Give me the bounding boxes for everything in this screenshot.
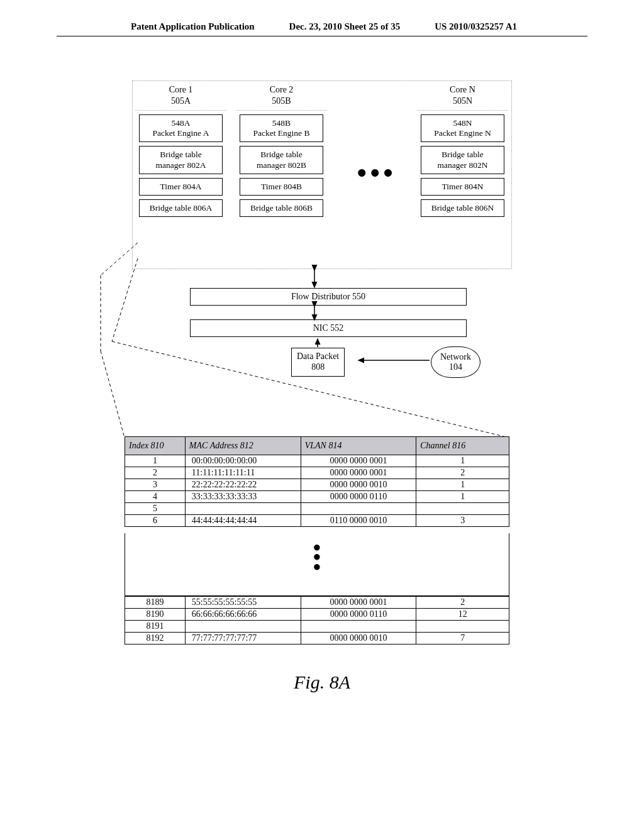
core-1-pe-label: Packet Engine A	[153, 128, 209, 138]
cell-idx: 4	[125, 491, 186, 503]
core-n-bridge-table-manager: Bridge table manager 802N	[421, 146, 504, 174]
cell-vlan	[301, 503, 416, 515]
cell-chan: 1	[416, 455, 509, 467]
bridge-table-bottom: 818955:55:55:55:55:550000 0000 000128190…	[125, 596, 509, 645]
flow-stack: Flow Distributor 550 NIC 552	[190, 288, 467, 337]
cell-idx: 8190	[125, 609, 186, 621]
core-n-btm-line2: manager 802N	[438, 160, 488, 170]
table-row: 5	[125, 503, 509, 515]
table-row: 818955:55:55:55:55:550000 0000 00012	[125, 597, 509, 609]
core-n-timer: Timer 804N	[421, 178, 504, 196]
cell-chan: 1	[416, 479, 509, 491]
core-1-column: Core 1 505A 548A Packet Engine A Bridge …	[135, 80, 226, 221]
core-1-bridge-table-manager: Bridge table manager 802A	[139, 146, 223, 174]
cell-vlan: 0000 0000 0010	[301, 479, 416, 491]
data-packet-id: 808	[311, 362, 325, 372]
core-1-bridge-table: Bridge table 806A	[139, 199, 223, 217]
cell-mac: 33:33:33:33:33:33	[185, 491, 301, 503]
cell-mac	[185, 503, 301, 515]
col-vlan: VLAN 814	[301, 437, 416, 455]
header-right: US 2010/0325257 A1	[435, 21, 517, 32]
core-n-packet-engine: 548N Packet Engine N	[421, 114, 504, 142]
cell-vlan: 0000 0000 0110	[301, 609, 416, 621]
cell-mac: 44:44:44:44:44:44	[185, 515, 301, 527]
table-row: 211:11:11:11:11:110000 0000 00012	[125, 467, 509, 479]
cell-chan: 3	[416, 515, 509, 527]
cell-idx: 6	[125, 515, 186, 527]
cell-idx: 8192	[125, 633, 186, 645]
core-1-pe-id: 548A	[172, 118, 191, 128]
data-packet-box: Data Packet 808	[291, 348, 345, 377]
core-2-btm-line2: manager 802B	[257, 160, 306, 170]
cell-idx: 8189	[125, 597, 186, 609]
core-1-packet-engine: 548A Packet Engine A	[139, 114, 223, 142]
cell-mac: 11:11:11:11:11:11	[185, 467, 301, 479]
cell-vlan: 0000 0000 0001	[301, 597, 416, 609]
cell-mac: 00:00:00:00:00:00	[185, 455, 301, 467]
data-packet-label: Data Packet	[297, 351, 339, 361]
col-channel: Channel 816	[416, 437, 509, 455]
core-2-btm-line1: Bridge table	[260, 150, 302, 159]
cell-vlan: 0000 0000 0001	[301, 455, 416, 467]
core-2-header: Core 2 505B	[236, 80, 327, 111]
cell-chan: 12	[416, 609, 509, 621]
header-center: Dec. 23, 2010 Sheet 25 of 35	[289, 21, 401, 32]
cell-vlan: 0000 0000 0010	[301, 633, 416, 645]
bridge-table-top: Index 810 MAC Address 812 VLAN 814 Chann…	[125, 436, 509, 527]
table-row: 819277:77:77:77:77:770000 0000 00107	[125, 633, 509, 645]
cell-vlan: 0000 0000 0001	[301, 467, 416, 479]
core-2-bridge-table-manager: Bridge table manager 802B	[240, 146, 323, 174]
core-1-btm-line2: manager 802A	[156, 160, 206, 170]
core-2-packet-engine: 548B Packet Engine B	[240, 114, 323, 142]
cell-chan: 7	[416, 633, 509, 645]
table-header-row: Index 810 MAC Address 812 VLAN 814 Chann…	[125, 437, 509, 455]
core-2-bridge-table: Bridge table 806B	[240, 199, 323, 217]
cell-chan: 1	[416, 491, 509, 503]
core-1-header: Core 1 505A	[135, 80, 226, 111]
figure-label: Fig. 8A	[0, 672, 644, 693]
core-2-pe-label: Packet Engine B	[253, 128, 310, 138]
table-row: 100:00:00:00:00:000000 0000 00011	[125, 455, 509, 467]
ellipsis-icon: ●●●	[357, 162, 396, 182]
header-left: Patent Application Publication	[131, 21, 255, 32]
cell-chan: 2	[416, 597, 509, 609]
core-n-id: 505N	[453, 96, 472, 106]
core-n-pe-id: 548N	[453, 118, 472, 128]
core-n-column: Core N 505N 548N Packet Engine N Bridge …	[417, 80, 508, 221]
cell-idx: 8191	[125, 621, 186, 633]
core-2-id: 505B	[272, 96, 291, 106]
cell-idx: 5	[125, 503, 186, 515]
col-index: Index 810	[125, 437, 186, 455]
cell-vlan: 0000 0000 0110	[301, 491, 416, 503]
svg-line-7	[112, 258, 138, 341]
network-label: Network	[440, 352, 471, 362]
core-2-title: Core 2	[270, 85, 294, 94]
svg-line-6	[101, 351, 125, 438]
cell-mac: 22:22:22:22:22:22	[185, 479, 301, 491]
table-vertical-ellipsis: ●●●	[125, 533, 509, 596]
core-n-btm-line1: Bridge table	[441, 150, 483, 159]
cell-idx: 1	[125, 455, 186, 467]
table-row: 433:33:33:33:33:330000 0000 01101	[125, 491, 509, 503]
cell-mac	[185, 621, 301, 633]
cell-vlan: 0110 0000 0010	[301, 515, 416, 527]
core-n-header: Core N 505N	[417, 80, 508, 111]
col-mac: MAC Address 812	[185, 437, 301, 455]
cell-chan	[416, 621, 509, 633]
core-1-title: Core 1	[169, 85, 193, 94]
network-cloud: Network 104	[431, 346, 480, 378]
cell-mac: 77:77:77:77:77:77	[185, 633, 301, 645]
core-1-btm-line1: Bridge table	[160, 150, 201, 159]
table-row: 322:22:22:22:22:220000 0000 00101	[125, 479, 509, 491]
page-header: Patent Application Publication Dec. 23, …	[57, 0, 587, 36]
cell-vlan	[301, 621, 416, 633]
core-1-timer: Timer 804A	[139, 178, 223, 196]
cell-idx: 3	[125, 479, 186, 491]
flow-distributor-box: Flow Distributor 550	[190, 288, 467, 306]
core-2-pe-id: 548B	[272, 118, 291, 128]
cell-mac: 55:55:55:55:55:55	[185, 597, 301, 609]
core-n-title: Core N	[450, 85, 475, 94]
table-row: 819066:66:66:66:66:660000 0000 011012	[125, 609, 509, 621]
core-2-timer: Timer 804B	[240, 178, 323, 196]
table-row: 644:44:44:44:44:440110 0000 00103	[125, 515, 509, 527]
